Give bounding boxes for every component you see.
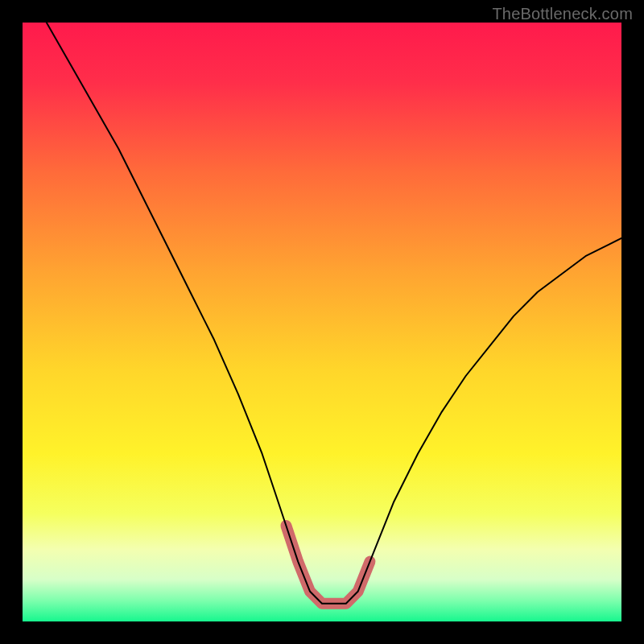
watermark-text: TheBottleneck.com bbox=[492, 5, 633, 23]
plot-area bbox=[23, 23, 621, 621]
outer-frame: TheBottleneck.com bbox=[0, 0, 644, 644]
bottleneck-curve bbox=[47, 23, 621, 604]
curve-layer bbox=[23, 23, 621, 621]
